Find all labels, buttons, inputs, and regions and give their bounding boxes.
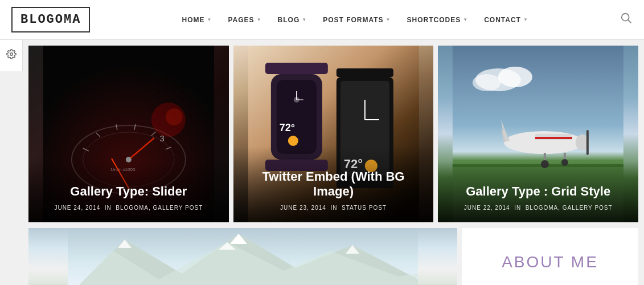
left-panel: [0, 40, 23, 71]
nav-shortcodes-arrow: ▼: [463, 17, 468, 22]
nav-blog[interactable]: BLOG ▼: [270, 0, 315, 40]
settings-icon[interactable]: [3, 46, 20, 66]
nav-home[interactable]: HOME ▼: [174, 0, 220, 40]
card2-title: Twitter Embed (With BG Image): [245, 169, 423, 199]
svg-point-0: [622, 14, 629, 21]
svg-rect-19: [265, 63, 328, 74]
card-gallery-grid[interactable]: Gallery Type : Grid Style JUNE 22, 2014 …: [438, 46, 638, 222]
nav-post-formats[interactable]: POST FORMATS ▼: [315, 0, 399, 40]
svg-rect-27: [288, 136, 298, 146]
card2-meta: JUNE 23, 2014 IN STATUS POST: [245, 205, 423, 211]
nav-shortcodes[interactable]: SHORTCODES ▼: [399, 0, 477, 40]
site-logo[interactable]: BLOGOMA: [11, 7, 90, 32]
main-nav: HOME ▼ PAGES ▼ BLOG ▼ POST FORMATS ▼ SHO…: [90, 0, 620, 40]
mountain-svg: [28, 228, 457, 285]
card1-overlay: Gallery Type: Slider JUNE 24, 2014 IN BL…: [28, 161, 229, 222]
nav-contact-arrow: ▼: [523, 17, 528, 22]
svg-rect-46: [535, 137, 572, 139]
svg-point-16: [166, 108, 183, 125]
card3-meta: JUNE 22, 2014 IN BLOGOMA, GALLERY POST: [449, 205, 627, 211]
svg-point-38: [498, 67, 532, 87]
card2-overlay: Twitter Embed (With BG Image) JUNE 23, 2…: [233, 146, 434, 222]
nav-blog-arrow: ▼: [302, 17, 307, 22]
bottom-row: ABOUT ME: [28, 228, 638, 285]
svg-point-39: [473, 74, 501, 91]
card-gallery-slider[interactable]: 3 1/min x1000 Gallery Type: Slider JUNE …: [28, 46, 229, 222]
svg-text:72°: 72°: [280, 122, 295, 133]
card3-title: Gallery Type : Grid Style: [449, 184, 627, 199]
about-me-title: ABOUT ME: [502, 253, 598, 271]
header: BLOGOMA HOME ▼ PAGES ▼ BLOG ▼ POST FORMA…: [0, 0, 644, 40]
svg-rect-28: [337, 68, 393, 77]
nav-pages-arrow: ▼: [257, 17, 262, 22]
nav-post-formats-arrow: ▼: [386, 17, 391, 22]
bottom-mountain-image[interactable]: [28, 228, 457, 285]
card1-meta: JUNE 24, 2014 IN BLOGOMA, GALLERY POST: [40, 205, 218, 211]
card1-title: Gallery Type: Slider: [40, 184, 218, 199]
nav-home-arrow: ▼: [207, 17, 212, 22]
nav-pages[interactable]: PAGES ▼: [220, 0, 270, 40]
search-icon[interactable]: [620, 12, 633, 27]
card3-overlay: Gallery Type : Grid Style JUNE 22, 2014 …: [438, 161, 638, 222]
main-content: 3 1/min x1000 Gallery Type: Slider JUNE …: [23, 40, 644, 285]
svg-line-1: [628, 20, 631, 23]
svg-point-2: [10, 53, 13, 56]
nav-contact[interactable]: CONTACT ▼: [476, 0, 536, 40]
svg-rect-47: [586, 130, 589, 155]
cards-row: 3 1/min x1000 Gallery Type: Slider JUNE …: [28, 46, 638, 222]
card-twitter-embed[interactable]: 72° 72° Twitter Embed (With BG Image): [233, 46, 434, 222]
about-me-panel: ABOUT ME: [462, 228, 638, 285]
